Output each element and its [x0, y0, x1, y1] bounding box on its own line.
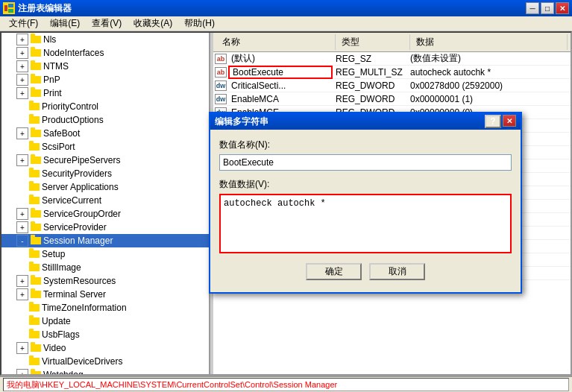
dialog-overlay: 编辑多字符串 ? ✕ 数值名称(N): 数值数据(V): 确定 取消 [0, 0, 572, 392]
dialog-name-input[interactable] [219, 154, 512, 171]
dialog-title-text: 编辑多字符串 [215, 116, 485, 128]
dialog-name-label: 数值名称(N): [219, 139, 512, 151]
dialog-data-label: 数值数据(V): [219, 178, 512, 191]
edit-multistring-dialog: 编辑多字符串 ? ✕ 数值名称(N): 数值数据(V): 确定 取消 [209, 112, 522, 294]
dialog-body: 数值名称(N): 数值数据(V): 确定 取消 [210, 130, 521, 292]
dialog-confirm-button[interactable]: 确定 [306, 263, 362, 280]
dialog-buttons: 确定 取消 [219, 263, 512, 283]
dialog-close-button[interactable]: ✕ [503, 115, 516, 127]
dialog-data-textarea[interactable] [219, 194, 512, 253]
dialog-help-button[interactable]: ? [485, 115, 501, 128]
dialog-title-bar: 编辑多字符串 ? ✕ [210, 113, 521, 130]
dialog-cancel-button[interactable]: 取消 [369, 263, 425, 280]
